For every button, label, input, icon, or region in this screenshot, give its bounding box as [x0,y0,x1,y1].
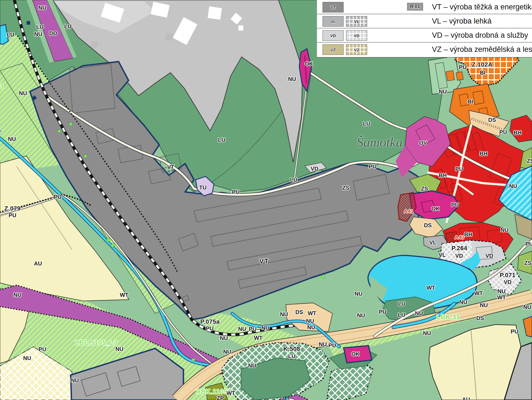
legend-row-vd: VD VD VD – výroba drobná a služby [317,28,532,42]
legend-label-vd: VD – výroba drobná a služby [432,31,528,40]
legend-swatch-vz-hatched: VZ [346,44,367,55]
legend-row-vt: VT R.01 VT – výroba těžká a energetika [317,0,532,14]
legend-row-vl: VL VL VL – výroba lehká [317,14,532,28]
legend-label-vl: VL – výroba lehká [432,17,492,26]
legend-swatch-vl-hatched: VL [346,16,367,27]
map-legend: VT R.01 VT – výroba těžká a energetika V… [317,0,532,57]
zoning-map-page: NULULUNUDDLU3NUNUWTPUZ.079PUAUNUWTPUNULB… [0,0,532,400]
legend-swatch-vt: VT [323,2,344,12]
legend-swatch-vd: VD [323,30,344,41]
legend-chip-r01: R.01 [407,3,423,11]
legend-swatch-vz: VZ [323,44,344,55]
zone-ok-bottom [344,346,372,363]
zone-bi-small [446,70,455,81]
legend-swatch-vd-hatched: VD [346,30,367,41]
legend-label-vt: VT – výroba těžká a energetika [432,3,532,11]
legend-row-vz: VZ VZ VZ – výroba zemědělská a lesnická [317,42,532,56]
zone-nu-topright [428,56,461,94]
legend-label-vz: VZ – výroba zemědělská a lesnická [432,45,532,54]
legend-swatch-vl: VL [323,16,344,27]
map-canvas[interactable] [0,0,532,400]
zone-bi-small [456,72,464,80]
